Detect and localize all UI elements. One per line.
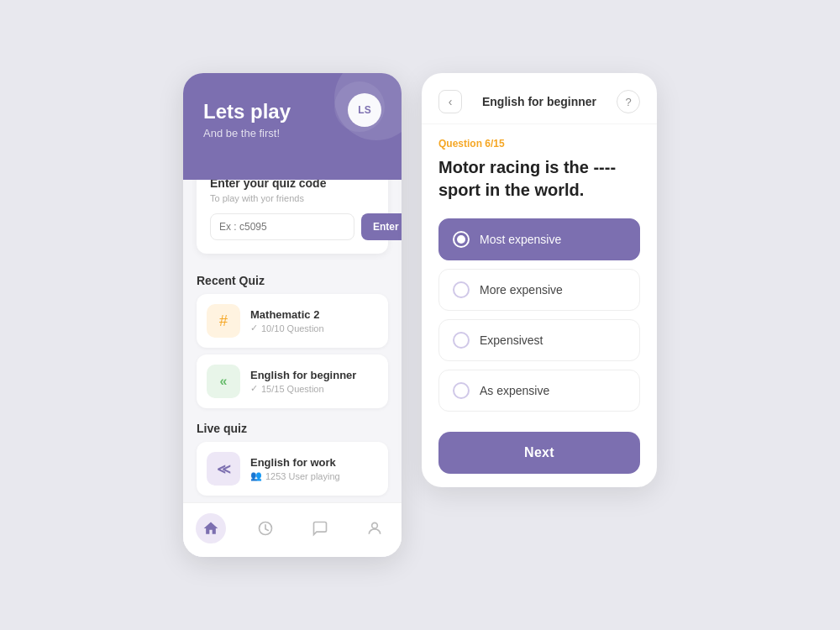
nav-chat[interactable] [305, 513, 335, 543]
option-as-expensive[interactable]: As expensive [438, 370, 640, 412]
nav-profile[interactable] [360, 513, 390, 543]
radio-more-expensive [453, 281, 470, 298]
phone-header: Lets play And be the first! LS [183, 73, 402, 180]
quiz-info-english: English for beginner ✓ 15/15 Question [250, 369, 378, 394]
phone-body: Enter your quiz code To play with yor fr… [183, 163, 402, 557]
quiz-name-english: English for beginner [250, 369, 378, 381]
avatar[interactable]: LS [348, 93, 381, 127]
bottom-nav [183, 502, 402, 557]
radio-as-expensive [453, 382, 470, 399]
quiz-meta-english: ✓ 15/15 Question [250, 383, 378, 394]
next-button[interactable]: Next [438, 432, 640, 474]
main-container: Lets play And be the first! LS Enter you… [150, 39, 690, 591]
quiz-card-title: English for beginner [482, 95, 596, 108]
live-quiz-label: Live quiz [183, 415, 402, 442]
quiz-meta-icon-english: ✓ [250, 383, 258, 394]
quiz-meta-work: 👥 1253 User playing [250, 470, 378, 481]
quiz-icon-english: « [207, 365, 240, 398]
radio-expensivest [453, 332, 470, 349]
quiz-item-math[interactable]: # Mathematic 2 ✓ 10/10 Question [197, 294, 388, 348]
quiz-code-subtitle: To play with yor friends [210, 193, 375, 203]
quiz-meta-icon-math: ✓ [250, 323, 258, 333]
option-label-most-expensive: Most expensive [480, 233, 561, 246]
quiz-icon-work: ≪ [207, 452, 240, 486]
enter-button[interactable]: Enter [361, 213, 402, 240]
svg-point-1 [371, 522, 377, 528]
quiz-item-english[interactable]: « English for beginner ✓ 15/15 Question [197, 354, 388, 408]
quiz-name-math: Mathematic 2 [250, 308, 378, 321]
quiz-info-math: Mathematic 2 ✓ 10/10 Question [250, 308, 378, 333]
back-button[interactable]: ‹ [438, 90, 462, 113]
quiz-card-body: Question 6/15 Motor racing is the ---- s… [422, 124, 657, 487]
quiz-item-work[interactable]: ≪ English for work 👥 1253 User playing [197, 442, 388, 496]
live-section: Live quiz ≪ English for work 👥 1253 User… [183, 415, 402, 496]
quiz-icon-math: # [207, 304, 240, 338]
question-text: Motor racing is the ---- sport in the wo… [438, 156, 640, 202]
live-quiz-list: ≪ English for work 👥 1253 User playing [183, 442, 402, 496]
radio-most-expensive [453, 231, 470, 248]
left-phone: Lets play And be the first! LS Enter you… [183, 73, 402, 557]
quiz-info-work: English for work 👥 1253 User playing [250, 456, 378, 481]
quiz-name-work: English for work [250, 456, 378, 469]
quiz-meta-icon-work: 👥 [250, 470, 262, 481]
quiz-code-input-row: Enter [210, 213, 375, 240]
quiz-card-header: ‹ English for beginner ? [422, 73, 657, 124]
option-label-as-expensive: As expensive [480, 384, 549, 397]
option-most-expensive[interactable]: Most expensive [438, 218, 640, 260]
quiz-code-input[interactable] [210, 213, 354, 240]
quiz-card: ‹ English for beginner ? Question 6/15 M… [422, 73, 657, 487]
option-label-more-expensive: More expensive [480, 283, 563, 297]
option-expensivest[interactable]: Expensivest [438, 319, 640, 361]
recent-quiz-list: # Mathematic 2 ✓ 10/10 Question « Englis… [183, 294, 402, 408]
radio-inner-most-expensive [457, 235, 465, 244]
nav-home[interactable] [196, 513, 226, 543]
recent-quiz-label: Recent Quiz [183, 267, 402, 294]
question-number: Question 6/15 [438, 138, 640, 150]
option-more-expensive[interactable]: More expensive [438, 269, 640, 311]
options-list: Most expensive More expensive Expensives… [438, 218, 640, 412]
nav-quiz[interactable] [250, 513, 281, 543]
option-label-expensivest: Expensivest [480, 333, 543, 347]
quiz-meta-math: ✓ 10/10 Question [250, 323, 378, 333]
help-button[interactable]: ? [617, 90, 640, 113]
app-subtitle: And be the first! [203, 127, 381, 139]
